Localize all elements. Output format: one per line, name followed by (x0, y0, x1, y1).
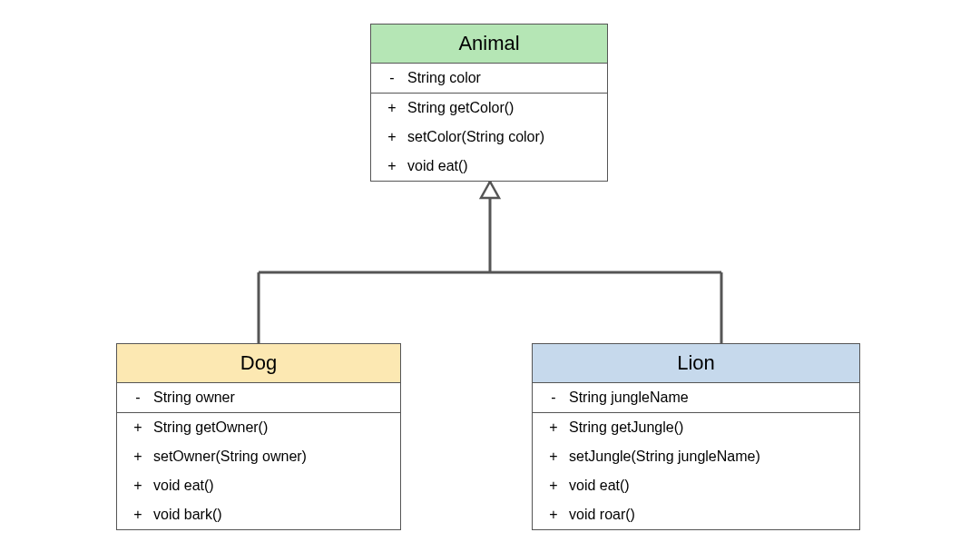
method-signature: void bark() (148, 504, 389, 526)
method-signature: setOwner(String owner) (148, 446, 389, 468)
class-lion-attributes: - String jungleName (533, 383, 859, 413)
method-signature: setJungle(String jungleName) (564, 446, 848, 468)
method-row: + String getColor() (371, 94, 607, 123)
visibility-marker: + (382, 155, 402, 177)
visibility-marker: + (382, 97, 402, 119)
visibility-marker: + (544, 475, 564, 497)
class-lion-methods: + String getJungle() + setJungle(String … (533, 413, 859, 529)
visibility-marker: + (382, 126, 402, 148)
method-row: + String getJungle() (533, 413, 859, 442)
attribute-signature: String jungleName (564, 387, 848, 409)
attribute-row: - String owner (117, 383, 400, 412)
class-animal-attributes: - String color (371, 64, 607, 94)
class-dog-attributes: - String owner (117, 383, 400, 413)
class-animal-header: Animal (371, 25, 607, 64)
method-row: + void bark() (117, 500, 400, 529)
method-signature: void roar() (564, 504, 848, 526)
visibility-marker: + (128, 446, 148, 468)
method-row: + setColor(String color) (371, 123, 607, 152)
method-signature: void eat() (402, 155, 596, 177)
attribute-row: - String jungleName (533, 383, 859, 412)
visibility-marker: - (128, 387, 148, 409)
visibility-marker: + (544, 504, 564, 526)
method-signature: String getOwner() (148, 417, 389, 439)
class-lion: Lion - String jungleName + String getJun… (532, 343, 860, 530)
method-row: + void eat() (533, 471, 859, 500)
method-row: + String getOwner() (117, 413, 400, 442)
visibility-marker: + (128, 504, 148, 526)
visibility-marker: + (128, 475, 148, 497)
attribute-row: - String color (371, 64, 607, 93)
class-dog-methods: + String getOwner() + setOwner(String ow… (117, 413, 400, 529)
method-row: + void eat() (371, 152, 607, 181)
attribute-signature: String owner (148, 387, 389, 409)
visibility-marker: + (544, 446, 564, 468)
method-signature: String getColor() (402, 97, 596, 119)
method-row: + void eat() (117, 471, 400, 500)
class-animal-methods: + String getColor() + setColor(String co… (371, 94, 607, 181)
visibility-marker: + (128, 417, 148, 439)
class-dog-header: Dog (117, 344, 400, 383)
method-signature: String getJungle() (564, 417, 848, 439)
visibility-marker: - (382, 67, 402, 89)
attribute-signature: String color (402, 67, 596, 89)
class-lion-header: Lion (533, 344, 859, 383)
method-row: + void roar() (533, 500, 859, 529)
method-row: + setOwner(String owner) (117, 442, 400, 471)
method-signature: void eat() (564, 475, 848, 497)
method-signature: void eat() (148, 475, 389, 497)
class-dog: Dog - String owner + String getOwner() +… (116, 343, 401, 530)
visibility-marker: + (544, 417, 564, 439)
method-signature: setColor(String color) (402, 126, 596, 148)
visibility-marker: - (544, 387, 564, 409)
class-animal: Animal - String color + String getColor(… (370, 24, 608, 182)
method-row: + setJungle(String jungleName) (533, 442, 859, 471)
